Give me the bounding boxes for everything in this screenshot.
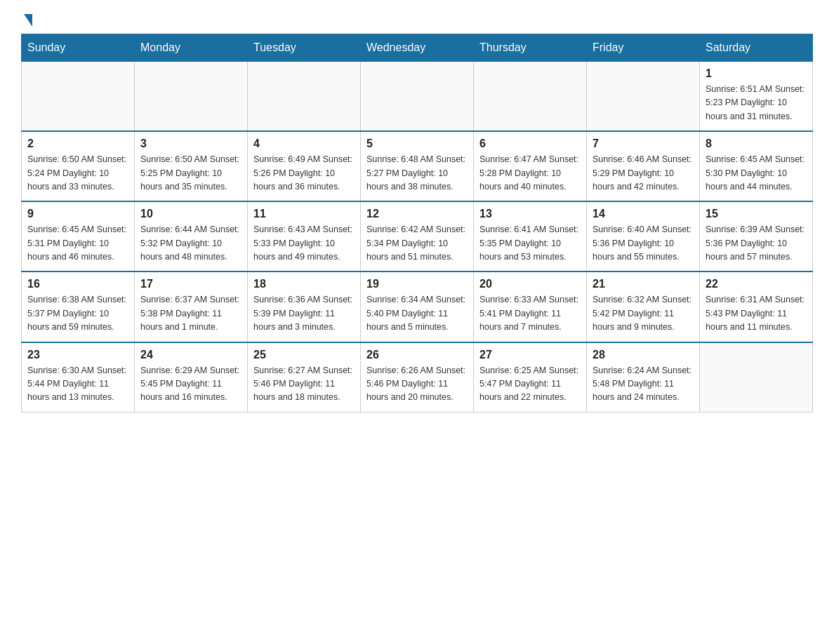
calendar-cell [248,62,361,132]
day-number: 5 [366,137,468,150]
day-number: 22 [706,278,807,290]
day-of-week-header: Tuesday [248,34,361,62]
day-number: 9 [27,208,128,220]
day-sun-info: Sunrise: 6:42 AM Sunset: 5:34 PM Dayligh… [366,223,468,264]
day-number: 23 [27,349,128,361]
calendar-cell: 21Sunrise: 6:32 AM Sunset: 5:42 PM Dayli… [587,271,700,342]
day-number: 21 [593,278,694,290]
day-number: 3 [140,137,241,150]
day-of-week-header: Wednesday [361,34,474,62]
day-sun-info: Sunrise: 6:39 AM Sunset: 5:36 PM Dayligh… [706,223,807,264]
calendar-cell: 18Sunrise: 6:36 AM Sunset: 5:39 PM Dayli… [248,271,361,342]
day-number: 10 [140,208,241,220]
day-number: 13 [479,208,581,220]
calendar-cell: 14Sunrise: 6:40 AM Sunset: 5:36 PM Dayli… [587,201,700,271]
calendar-cell: 24Sunrise: 6:29 AM Sunset: 5:45 PM Dayli… [135,342,248,412]
day-sun-info: Sunrise: 6:48 AM Sunset: 5:27 PM Dayligh… [366,153,468,194]
calendar-cell [22,62,135,132]
calendar-table: SundayMondayTuesdayWednesdayThursdayFrid… [21,34,813,412]
day-sun-info: Sunrise: 6:33 AM Sunset: 5:41 PM Dayligh… [479,293,581,334]
day-number: 2 [27,137,128,150]
day-number: 1 [706,67,807,80]
calendar-cell [700,342,813,412]
calendar-cell: 6Sunrise: 6:47 AM Sunset: 5:28 PM Daylig… [474,131,587,201]
calendar-cell [587,62,700,132]
calendar-cell [474,62,587,132]
day-number: 7 [593,137,694,150]
day-sun-info: Sunrise: 6:34 AM Sunset: 5:40 PM Dayligh… [366,293,468,334]
calendar-week-row: 23Sunrise: 6:30 AM Sunset: 5:44 PM Dayli… [22,342,813,412]
calendar-week-row: 2Sunrise: 6:50 AM Sunset: 5:24 PM Daylig… [22,131,813,201]
day-number: 6 [479,137,581,150]
day-number: 17 [140,278,241,290]
day-sun-info: Sunrise: 6:26 AM Sunset: 5:46 PM Dayligh… [366,364,468,405]
calendar-cell: 17Sunrise: 6:37 AM Sunset: 5:38 PM Dayli… [135,271,248,342]
day-sun-info: Sunrise: 6:38 AM Sunset: 5:37 PM Dayligh… [27,293,128,334]
day-sun-info: Sunrise: 6:49 AM Sunset: 5:26 PM Dayligh… [253,153,355,194]
calendar-cell: 19Sunrise: 6:34 AM Sunset: 5:40 PM Dayli… [361,271,474,342]
day-sun-info: Sunrise: 6:44 AM Sunset: 5:32 PM Dayligh… [140,223,241,264]
calendar-cell: 28Sunrise: 6:24 AM Sunset: 5:48 PM Dayli… [587,342,700,412]
calendar-cell: 13Sunrise: 6:41 AM Sunset: 5:35 PM Dayli… [474,201,587,271]
day-number: 25 [253,349,355,361]
calendar-cell: 15Sunrise: 6:39 AM Sunset: 5:36 PM Dayli… [700,201,813,271]
calendar-cell: 3Sunrise: 6:50 AM Sunset: 5:25 PM Daylig… [135,131,248,201]
calendar-cell: 25Sunrise: 6:27 AM Sunset: 5:46 PM Dayli… [248,342,361,412]
day-sun-info: Sunrise: 6:29 AM Sunset: 5:45 PM Dayligh… [140,364,241,405]
calendar-cell: 9Sunrise: 6:45 AM Sunset: 5:31 PM Daylig… [22,201,135,271]
day-sun-info: Sunrise: 6:45 AM Sunset: 5:30 PM Dayligh… [706,153,807,194]
calendar-cell: 12Sunrise: 6:42 AM Sunset: 5:34 PM Dayli… [361,201,474,271]
calendar-cell: 5Sunrise: 6:48 AM Sunset: 5:27 PM Daylig… [361,131,474,201]
day-sun-info: Sunrise: 6:32 AM Sunset: 5:42 PM Dayligh… [593,293,694,334]
day-of-week-header: Sunday [22,34,135,62]
calendar-cell: 2Sunrise: 6:50 AM Sunset: 5:24 PM Daylig… [22,131,135,201]
day-number: 26 [366,349,468,361]
calendar-cell: 23Sunrise: 6:30 AM Sunset: 5:44 PM Dayli… [22,342,135,412]
day-number: 19 [366,278,468,290]
day-number: 16 [27,278,128,290]
calendar-header-row: SundayMondayTuesdayWednesdayThursdayFrid… [22,34,813,62]
day-number: 4 [253,137,355,150]
day-sun-info: Sunrise: 6:46 AM Sunset: 5:29 PM Dayligh… [593,153,694,194]
day-sun-info: Sunrise: 6:50 AM Sunset: 5:24 PM Dayligh… [27,153,128,194]
day-sun-info: Sunrise: 6:40 AM Sunset: 5:36 PM Dayligh… [593,223,694,264]
logo [21,14,34,27]
calendar-cell: 11Sunrise: 6:43 AM Sunset: 5:33 PM Dayli… [248,201,361,271]
calendar-cell: 7Sunrise: 6:46 AM Sunset: 5:29 PM Daylig… [587,131,700,201]
day-sun-info: Sunrise: 6:30 AM Sunset: 5:44 PM Dayligh… [27,364,128,405]
day-sun-info: Sunrise: 6:36 AM Sunset: 5:39 PM Dayligh… [253,293,355,334]
calendar-cell: 10Sunrise: 6:44 AM Sunset: 5:32 PM Dayli… [135,201,248,271]
calendar-cell: 20Sunrise: 6:33 AM Sunset: 5:41 PM Dayli… [474,271,587,342]
page-header [21,14,813,27]
day-sun-info: Sunrise: 6:37 AM Sunset: 5:38 PM Dayligh… [140,293,241,334]
day-number: 20 [479,278,581,290]
day-sun-info: Sunrise: 6:43 AM Sunset: 5:33 PM Dayligh… [253,223,355,264]
day-sun-info: Sunrise: 6:24 AM Sunset: 5:48 PM Dayligh… [593,364,694,405]
calendar-week-row: 9Sunrise: 6:45 AM Sunset: 5:31 PM Daylig… [22,201,813,271]
calendar-cell: 22Sunrise: 6:31 AM Sunset: 5:43 PM Dayli… [700,271,813,342]
day-sun-info: Sunrise: 6:31 AM Sunset: 5:43 PM Dayligh… [706,293,807,334]
day-of-week-header: Saturday [700,34,813,62]
day-number: 24 [140,349,241,361]
day-sun-info: Sunrise: 6:45 AM Sunset: 5:31 PM Dayligh… [27,223,128,264]
day-sun-info: Sunrise: 6:27 AM Sunset: 5:46 PM Dayligh… [253,364,355,405]
day-number: 12 [366,208,468,220]
day-number: 28 [593,349,694,361]
day-number: 11 [253,208,355,220]
day-of-week-header: Monday [135,34,248,62]
calendar-week-row: 16Sunrise: 6:38 AM Sunset: 5:37 PM Dayli… [22,271,813,342]
calendar-cell: 27Sunrise: 6:25 AM Sunset: 5:47 PM Dayli… [474,342,587,412]
calendar-cell: 8Sunrise: 6:45 AM Sunset: 5:30 PM Daylig… [700,131,813,201]
day-number: 27 [479,349,581,361]
day-sun-info: Sunrise: 6:41 AM Sunset: 5:35 PM Dayligh… [479,223,581,264]
day-sun-info: Sunrise: 6:51 AM Sunset: 5:23 PM Dayligh… [706,83,807,123]
calendar-cell [135,62,248,132]
calendar-cell: 16Sunrise: 6:38 AM Sunset: 5:37 PM Dayli… [22,271,135,342]
calendar-cell: 4Sunrise: 6:49 AM Sunset: 5:26 PM Daylig… [248,131,361,201]
day-number: 15 [706,208,807,220]
calendar-cell: 26Sunrise: 6:26 AM Sunset: 5:46 PM Dayli… [361,342,474,412]
calendar-cell [361,62,474,132]
calendar-cell: 1Sunrise: 6:51 AM Sunset: 5:23 PM Daylig… [700,62,813,132]
day-number: 8 [706,137,807,150]
day-of-week-header: Thursday [474,34,587,62]
